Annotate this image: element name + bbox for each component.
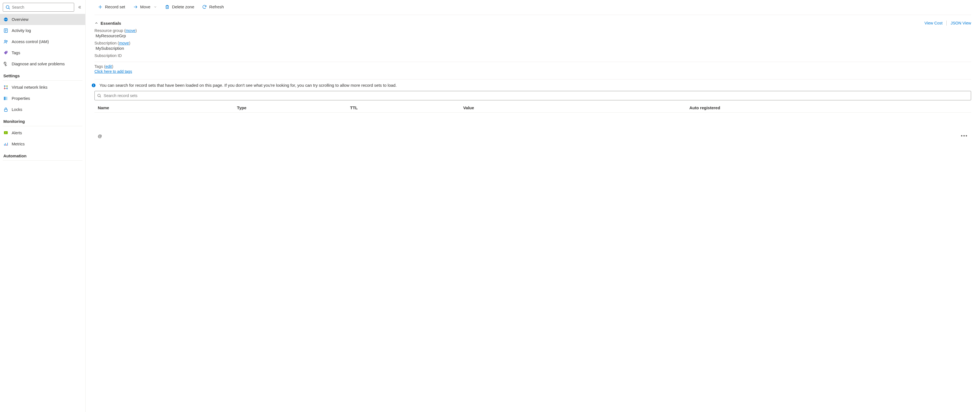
svg-line-36 xyxy=(100,96,101,97)
button-label: Record set xyxy=(105,5,125,9)
svg-point-15 xyxy=(7,88,8,89)
nav-label: Properties xyxy=(12,96,30,101)
properties-icon xyxy=(3,96,8,101)
resource-group-value: MyResourceGrp xyxy=(94,33,971,38)
lock-icon xyxy=(3,107,8,112)
info-bar: You can search for record sets that have… xyxy=(94,79,971,91)
svg-rect-17 xyxy=(5,97,6,100)
col-value: Value xyxy=(463,105,689,110)
nav-activity-log[interactable]: Activity log xyxy=(0,25,85,36)
svg-rect-18 xyxy=(6,97,7,100)
sidebar-search[interactable] xyxy=(3,3,74,12)
svg-point-12 xyxy=(4,86,5,86)
record-row[interactable]: @ ••• xyxy=(94,128,971,144)
tags-edit-link[interactable]: edit xyxy=(105,64,112,69)
svg-point-11 xyxy=(4,62,6,64)
svg-rect-29 xyxy=(166,6,169,9)
col-name: Name xyxy=(98,105,237,110)
record-table-header: Name Type TTL Value Auto registered xyxy=(94,103,971,113)
divider xyxy=(3,160,83,161)
nav-label: Diagnose and solve problems xyxy=(12,62,65,66)
nav-locks[interactable]: Locks xyxy=(0,104,85,115)
trash-icon xyxy=(165,5,170,10)
nav-label: Metrics xyxy=(12,142,25,146)
tags-label: Tags (edit) xyxy=(94,64,971,69)
subscription-label: Subscription (move) xyxy=(94,41,971,45)
move-button[interactable]: Move xyxy=(130,3,161,11)
record-search[interactable] xyxy=(94,91,971,101)
vnet-links-icon xyxy=(3,85,8,90)
subscription-value: MySubscription xyxy=(94,45,971,51)
svg-point-21 xyxy=(6,133,6,134)
nav-label: Alerts xyxy=(12,131,22,135)
subscription-move-link[interactable]: move xyxy=(119,41,129,45)
refresh-button[interactable]: Refresh xyxy=(199,3,227,11)
info-text: You can search for record sets that have… xyxy=(99,82,397,88)
main-content: Record set Move Delete zone Refresh xyxy=(86,0,980,412)
svg-point-13 xyxy=(7,86,8,86)
tags-add-link[interactable]: Click here to add tags xyxy=(94,69,132,73)
arrow-right-icon xyxy=(133,5,138,10)
svg-text:DNS: DNS xyxy=(4,19,8,20)
svg-line-1 xyxy=(9,8,10,9)
nav-overview[interactable]: DNS Overview xyxy=(0,14,85,25)
command-bar: Record set Move Delete zone Refresh xyxy=(94,0,971,15)
nav-label: Access control (IAM) xyxy=(12,40,49,44)
nav-label: Activity log xyxy=(12,28,31,33)
svg-point-14 xyxy=(4,88,5,89)
section-monitoring-heading: Monitoring xyxy=(0,115,85,125)
essentials-toggle[interactable]: Essentials xyxy=(94,21,121,26)
chevron-down-icon xyxy=(154,5,157,9)
dns-zone-icon: DNS xyxy=(3,17,8,22)
cell-name: @ xyxy=(98,134,237,139)
collapse-sidebar-button[interactable] xyxy=(76,4,83,11)
svg-point-34 xyxy=(93,84,94,85)
search-icon xyxy=(97,93,102,98)
nav-metrics[interactable]: Metrics xyxy=(0,139,85,150)
button-label: Delete zone xyxy=(172,5,194,9)
nav-vnet-links[interactable]: Virtual network links xyxy=(0,82,85,93)
svg-point-9 xyxy=(6,41,8,42)
record-search-input[interactable] xyxy=(102,92,969,99)
activity-log-icon xyxy=(3,28,8,33)
divider xyxy=(3,80,83,81)
subscription-id-label: Subscription ID xyxy=(94,53,971,58)
tags-icon xyxy=(3,50,8,55)
metrics-icon xyxy=(3,142,8,147)
col-type: Type xyxy=(237,105,350,110)
nav-alerts[interactable]: Alerts xyxy=(0,127,85,139)
sidebar-search-input[interactable] xyxy=(10,4,74,11)
svg-rect-33 xyxy=(93,85,94,86)
view-cost-link[interactable]: View Cost xyxy=(924,21,942,25)
nav-access-control[interactable]: Access control (IAM) xyxy=(0,36,85,47)
record-set-button[interactable]: Record set xyxy=(94,3,129,11)
essentials-heading: Essentials xyxy=(100,21,121,26)
button-label: Refresh xyxy=(209,5,224,9)
svg-point-8 xyxy=(5,40,6,42)
svg-point-35 xyxy=(98,94,100,97)
section-settings-heading: Settings xyxy=(0,70,85,80)
nav-properties[interactable]: Properties xyxy=(0,93,85,104)
nav-label: Locks xyxy=(12,107,22,112)
svg-rect-19 xyxy=(5,109,8,112)
nav-tags[interactable]: Tags xyxy=(0,47,85,58)
diagnose-icon xyxy=(3,61,8,66)
section-automation-heading: Automation xyxy=(0,150,85,160)
info-icon xyxy=(91,83,96,88)
nav-diagnose[interactable]: Diagnose and solve problems xyxy=(0,58,85,70)
plus-icon xyxy=(98,5,103,10)
nav-label: Tags xyxy=(12,51,20,55)
svg-point-10 xyxy=(6,51,7,52)
nav-label: Overview xyxy=(12,17,28,22)
resource-group-label: Resource group (move) xyxy=(94,28,971,33)
sidebar: DNS Overview Activity log Access control… xyxy=(0,0,86,412)
search-icon xyxy=(5,5,10,10)
refresh-icon xyxy=(202,5,207,10)
json-view-link[interactable]: JSON View xyxy=(951,21,971,25)
delete-zone-button[interactable]: Delete zone xyxy=(161,3,197,11)
row-menu-button[interactable]: ••• xyxy=(957,133,968,139)
resource-group-move-link[interactable]: move xyxy=(126,28,135,33)
chevron-up-icon xyxy=(94,21,98,25)
alerts-icon xyxy=(3,130,8,136)
svg-rect-16 xyxy=(4,97,5,100)
